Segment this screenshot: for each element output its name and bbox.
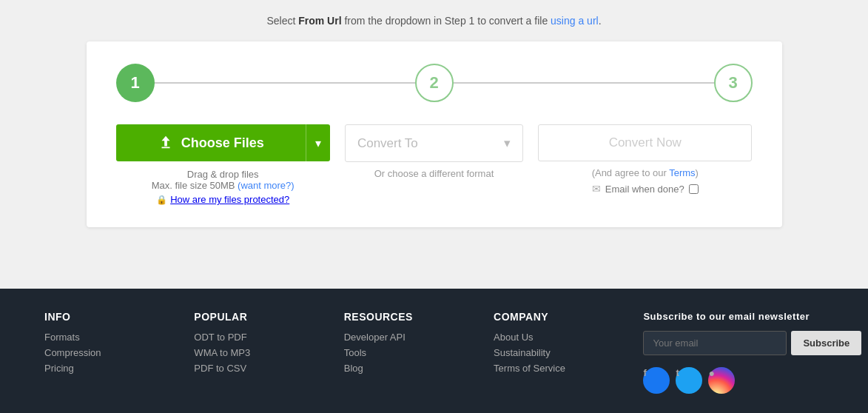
facebook-icon[interactable]: f <box>643 367 670 394</box>
agree-suffix: ) <box>696 167 699 178</box>
choose-files-section: Choose Files ▾ Drag & drop files Max. fi… <box>116 124 330 205</box>
info-text: Select From Url from the dropdown in Ste… <box>266 15 601 27</box>
converter-card: 1 2 3 Choose Files <box>87 41 782 227</box>
footer-popular-heading: POPULAR <box>194 311 314 323</box>
footer-sustainability-link[interactable]: Sustainability <box>494 347 613 358</box>
actions-row: Choose Files ▾ Drag & drop files Max. fi… <box>116 124 753 205</box>
from-url-bold: From Url <box>298 15 341 27</box>
newsletter-row: Subscribe <box>643 331 824 355</box>
step-3-circle: 3 <box>714 64 753 102</box>
step-1-circle: 1 <box>116 64 155 102</box>
choose-files-button[interactable]: Choose Files <box>116 124 306 161</box>
choose-files-btn-wrapper: Choose Files ▾ <box>116 124 330 161</box>
info-prefix: Select <box>266 15 298 27</box>
different-format-text: Or choose a different format <box>374 168 494 179</box>
footer-wma-mp3-link[interactable]: WMA to MP3 <box>194 347 314 358</box>
convert-to-arrow: ▾ <box>504 135 511 151</box>
convert-now-label: Convert Now <box>609 135 682 150</box>
convert-to-dropdown[interactable]: Convert To ▾ <box>345 124 523 162</box>
terms-link[interactable]: Terms <box>669 167 695 178</box>
dropdown-arrow: ▾ <box>315 137 321 150</box>
agree-text: (And agree to our Terms) <box>592 167 699 178</box>
step-2-number: 2 <box>429 73 438 93</box>
step-2-circle: 2 <box>415 64 454 102</box>
info-suffix: . <box>599 15 602 27</box>
max-file-label: Max. file size 50MB <box>152 180 238 191</box>
drag-drop-text: Drag & drop files <box>187 169 259 180</box>
social-icons: f t ● <box>643 367 824 398</box>
info-middle: from the dropdown in Step 1 to convert a… <box>342 15 551 27</box>
email-done-row: ✉ Email when done? <box>592 183 699 195</box>
footer-col-company: COMPANY About Us Sustainability Terms of… <box>494 311 613 398</box>
footer-pricing-link[interactable]: Pricing <box>44 363 164 374</box>
using-a-url-link[interactable]: using a url <box>551 15 599 27</box>
agree-prefix: (And agree to our <box>592 167 670 178</box>
instagram-icon[interactable]: ● <box>708 367 735 394</box>
convert-now-section: Convert Now (And agree to our Terms) ✉ E… <box>538 124 752 195</box>
footer-company-heading: COMPANY <box>494 311 613 323</box>
upload-icon <box>158 135 174 151</box>
protected-text: 🔒 How are my files protected? <box>156 194 289 205</box>
convert-now-button[interactable]: Convert Now <box>538 124 752 161</box>
footer-developer-api-link[interactable]: Developer API <box>344 332 464 343</box>
footer-col-popular: POPULAR ODT to PDF WMA to MP3 PDF to CSV <box>194 311 314 398</box>
footer-terms-of-service-link[interactable]: Terms of Service <box>494 363 613 374</box>
step-line-1 <box>155 82 415 84</box>
step-line-2 <box>454 82 714 84</box>
lock-icon: 🔒 <box>156 195 167 205</box>
top-area: Select From Url from the dropdown in Ste… <box>0 0 868 289</box>
footer-about-us-link[interactable]: About Us <box>494 332 613 343</box>
choose-files-label: Choose Files <box>181 135 264 151</box>
choose-files-dropdown-button[interactable]: ▾ <box>306 124 330 161</box>
footer-info-heading: INFO <box>44 311 164 323</box>
convert-to-section: Convert To ▾ Or choose a different forma… <box>345 124 523 179</box>
footer-col-info: INFO Formats Compression Pricing <box>44 311 164 398</box>
subscribe-label: Subscribe <box>803 338 850 349</box>
footer-newsletter: Subscribe to our email newsletter Subscr… <box>643 311 824 398</box>
protected-link[interactable]: How are my files protected? <box>170 194 289 205</box>
max-file-text: Max. file size 50MB (want more?) <box>152 180 295 191</box>
footer-newsletter-heading: Subscribe to our email newsletter <box>643 311 824 322</box>
footer-tools-link[interactable]: Tools <box>344 347 464 358</box>
footer-formats-link[interactable]: Formats <box>44 332 164 343</box>
step-3-number: 3 <box>728 73 737 93</box>
envelope-icon: ✉ <box>592 183 601 195</box>
email-when-done-label: Email when done? <box>605 184 684 195</box>
footer-blog-link[interactable]: Blog <box>344 363 464 374</box>
footer-col-resources: RESOURCES Developer API Tools Blog <box>344 311 464 398</box>
footer-resources-heading: RESOURCES <box>344 311 464 323</box>
newsletter-email-input[interactable] <box>643 331 787 355</box>
steps-row: 1 2 3 <box>116 64 753 102</box>
step-1-number: 1 <box>130 73 139 93</box>
subscribe-button[interactable]: Subscribe <box>791 331 861 355</box>
email-when-done-checkbox[interactable] <box>689 184 699 194</box>
footer-compression-link[interactable]: Compression <box>44 347 164 358</box>
footer: INFO Formats Compression Pricing POPULAR… <box>0 289 868 413</box>
want-more-link[interactable]: (want more?) <box>238 180 295 191</box>
convert-to-placeholder: Convert To <box>357 136 418 151</box>
twitter-icon[interactable]: t <box>676 367 702 394</box>
footer-odt-pdf-link[interactable]: ODT to PDF <box>194 332 314 343</box>
footer-pdf-csv-link[interactable]: PDF to CSV <box>194 363 314 374</box>
